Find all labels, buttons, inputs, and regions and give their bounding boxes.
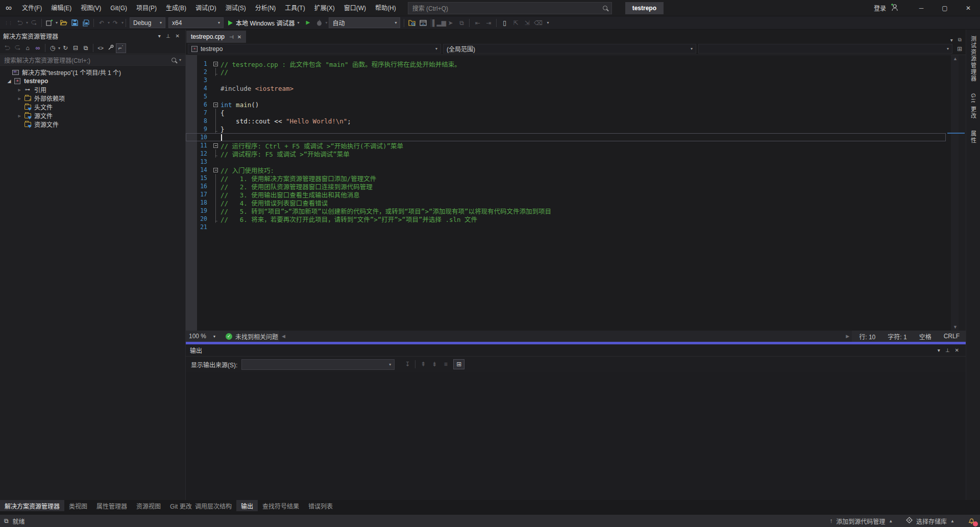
code-line-7[interactable]: 7{ (186, 109, 946, 117)
fold-collapse-icon[interactable] (212, 141, 220, 149)
configuration-combo[interactable]: Debug▾ (130, 17, 165, 28)
se-properties-icon[interactable] (106, 44, 116, 52)
toggle-bookmark-icon[interactable]: ▯ (499, 17, 510, 29)
tab-testrepo-cpp[interactable]: testrepo.cpp ⊣ ✕ (186, 31, 246, 43)
member-dropdown[interactable]: ▾ (698, 44, 952, 54)
se-refresh-icon[interactable]: ↻ (60, 44, 70, 52)
expand-arrow-icon[interactable]: ▹ (15, 96, 23, 101)
menu-item[interactable]: 文件(F) (17, 5, 46, 12)
previous-message-icon[interactable]: ⇞ (418, 361, 429, 368)
split-window-icon[interactable]: ⧉ (958, 37, 962, 43)
se-pending-changes-filter-icon[interactable]: ◷ (47, 44, 58, 52)
start-without-debugging-icon[interactable] (302, 17, 313, 29)
tree-item-源文件[interactable]: ▹源文件 (0, 111, 185, 120)
se-home-icon[interactable]: ⌂ (22, 44, 33, 52)
menu-item[interactable]: Git(G) (106, 5, 132, 12)
code-line-20[interactable]: 20// 6. 将来，若要再次打开此项目，请转到“文件”>“打开”>“项目”并选… (186, 215, 946, 223)
save-icon[interactable] (69, 17, 80, 29)
output-content[interactable] (186, 372, 966, 500)
pointer-select-icon[interactable]: ➤ (445, 17, 456, 29)
dock-tab-输出[interactable]: 输出 (236, 500, 258, 511)
pin-tab-icon[interactable]: ⊣ (229, 34, 234, 40)
eol-indicator[interactable]: CRLF (938, 333, 966, 340)
tree-item-头文件[interactable]: 头文件 (0, 103, 185, 111)
decrease-indent-icon[interactable]: ⇤ (472, 17, 483, 29)
horizontal-scrollbar[interactable]: ◀ ▶ (279, 331, 852, 342)
dock-tab-错误列表[interactable]: 错误列表 (304, 500, 337, 511)
close-tab-icon[interactable]: ✕ (237, 34, 241, 40)
sign-in-button[interactable]: 登录 (874, 4, 886, 12)
vertical-scrollbar[interactable]: ▲ ▼ (946, 55, 966, 331)
menu-item[interactable]: 分析(N) (251, 5, 281, 12)
scroll-left-icon[interactable]: ◀ (279, 334, 288, 339)
menu-item[interactable]: 生成(B) (161, 5, 191, 12)
se-forward-icon[interactable]: ⮎ (12, 44, 22, 52)
se-preview-selected-icon[interactable]: ⌐˙ (116, 43, 126, 53)
increase-indent-icon[interactable]: ⇥ (483, 17, 494, 29)
dock-tab-资源视图[interactable]: 资源视图 (132, 500, 165, 511)
menu-item[interactable]: 工具(T) (280, 5, 309, 12)
zoom-combo[interactable]: 100 %▾ (186, 333, 218, 340)
dock-tab-类视图[interactable]: 类视图 (64, 500, 92, 511)
tab-list-dropdown-icon[interactable]: ▾ (950, 37, 953, 43)
solution-explorer-search[interactable]: 搜索解决方案资源管理器(Ctrl+;) ▾ (0, 55, 185, 66)
close-panel-icon[interactable]: ✕ (173, 33, 182, 39)
se-show-all-files-icon[interactable]: ⧉ (81, 44, 91, 52)
add-to-source-control-button[interactable]: ↑ 添加到源代码管理 ▲ (829, 517, 893, 525)
properties-window-icon[interactable] (418, 17, 429, 29)
platform-combo[interactable]: x64▾ (168, 17, 224, 28)
performance-chart-icon[interactable]: ▌▂▆ (433, 17, 445, 29)
code-line-5[interactable]: 5 (186, 92, 946, 101)
menu-item[interactable]: 项目(P) (132, 5, 161, 12)
pin-icon[interactable]: ⊥ (163, 33, 173, 39)
toggle-word-wrap-icon[interactable]: ⊞ (453, 359, 464, 369)
redo-icon[interactable]: ↷ (110, 17, 121, 29)
tree-item-解决方案-testrepo-1-个项目-共-1-个-[interactable]: 解决方案“testrepo”(1 个项目/共 1 个) (0, 68, 185, 77)
tree-item-testrepo[interactable]: ◢+testrepo (0, 77, 185, 85)
menu-item[interactable]: 扩展(X) (310, 5, 339, 12)
fold-collapse-icon[interactable] (212, 166, 220, 174)
expand-arrow-icon[interactable]: ▹ (15, 87, 23, 92)
previous-bookmark-icon[interactable]: ⇱ (510, 17, 521, 29)
project-dropdown[interactable]: + testrepo▾ (188, 44, 441, 54)
new-project-icon[interactable] (44, 17, 55, 29)
code-line-1[interactable]: 1// testrepo.cpp : 此文件包含 "main" 函数。程序执行将… (186, 60, 946, 68)
code-line-13[interactable]: 13 (186, 158, 946, 166)
scroll-up-icon[interactable]: ▲ (953, 56, 958, 61)
navigate-back-icon[interactable]: ⮌ (14, 17, 26, 29)
dock-tab-查找符号结果[interactable]: 查找符号结果 (258, 500, 304, 511)
scope-dropdown[interactable]: (全局范围)▾ (443, 44, 696, 54)
dock-tab-调用层次结构[interactable]: 调用层次结构 (190, 500, 236, 511)
code-editor[interactable]: 1// testrepo.cpp : 此文件包含 "main" 函数。程序执行将… (186, 55, 966, 331)
space-indicator[interactable]: 空格 (913, 332, 938, 341)
solution-explorer-icon[interactable] (406, 17, 418, 29)
code-line-12[interactable]: 12// 调试程序: F5 或调试 >“开始调试”菜单 (186, 149, 946, 158)
tree-item-资源文件[interactable]: 资源文件 (0, 120, 185, 129)
dock-tab-解决方案资源管理器[interactable]: 解决方案资源管理器 (0, 500, 64, 511)
menu-item[interactable]: 视图(V) (76, 5, 106, 12)
code-line-3[interactable]: 3 (186, 76, 946, 84)
select-repository-button[interactable]: 选择存储库 ▲ (906, 517, 954, 525)
clear-output-icon[interactable]: ≡ (440, 361, 451, 368)
scroll-down-icon[interactable]: ▼ (953, 324, 958, 330)
auto-hide-tab-测试资源管理器[interactable]: 测试资源管理器 (969, 36, 977, 82)
find-message-icon[interactable]: ↧ (402, 361, 413, 368)
code-line-8[interactable]: 8 std::cout << "Hello World!\n"; (186, 117, 946, 125)
toolbar-grip[interactable]: ⋮⋮ (4, 20, 12, 26)
menu-item[interactable]: 编辑(E) (46, 5, 76, 12)
next-message-icon[interactable]: ⇟ (429, 361, 440, 368)
code-line-2[interactable]: 2// (186, 68, 946, 76)
scroll-right-icon[interactable]: ▶ (843, 334, 852, 339)
background-tasks-icon[interactable]: ⧉ (4, 517, 9, 524)
start-debugging-button[interactable]: 本地 Windows 调试器▾ (225, 17, 302, 29)
hot-reload-icon[interactable] (313, 17, 325, 29)
output-pin-icon[interactable]: ⊥ (943, 347, 952, 353)
attach-mode-combo[interactable]: 自动▾ (329, 17, 400, 28)
add-account-icon[interactable] (890, 3, 898, 13)
next-bookmark-icon[interactable]: ⇲ (521, 17, 532, 29)
output-close-icon[interactable]: ✕ (952, 347, 962, 353)
menu-item[interactable]: 窗口(W) (339, 5, 371, 12)
se-switch-views-icon[interactable]: ∞ (33, 44, 43, 52)
undo-icon[interactable]: ↶ (96, 17, 107, 29)
search-box[interactable]: 搜索 (Ctrl+Q) (408, 2, 612, 14)
